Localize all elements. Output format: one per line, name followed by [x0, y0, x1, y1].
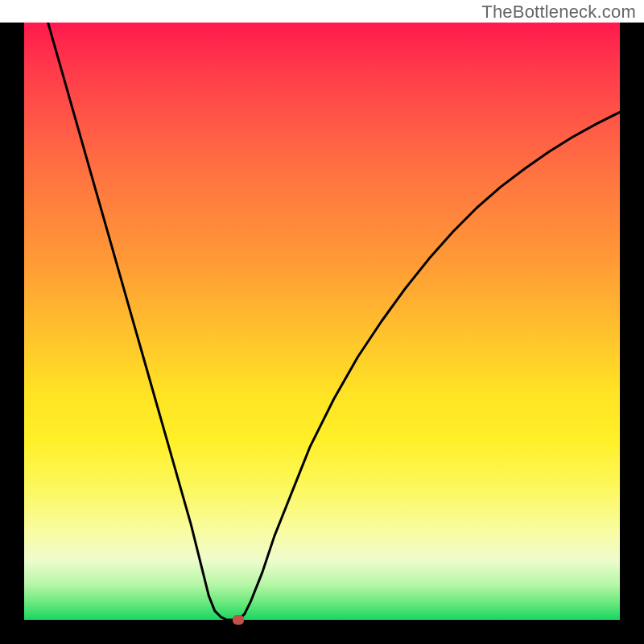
plot-area [24, 23, 620, 620]
chart-black-frame [0, 23, 644, 644]
chart-stage: TheBottleneck.com [0, 0, 644, 644]
bottleneck-curve [24, 23, 620, 620]
watermark-text: TheBottleneck.com [481, 2, 636, 23]
minimum-marker-icon [233, 615, 244, 625]
